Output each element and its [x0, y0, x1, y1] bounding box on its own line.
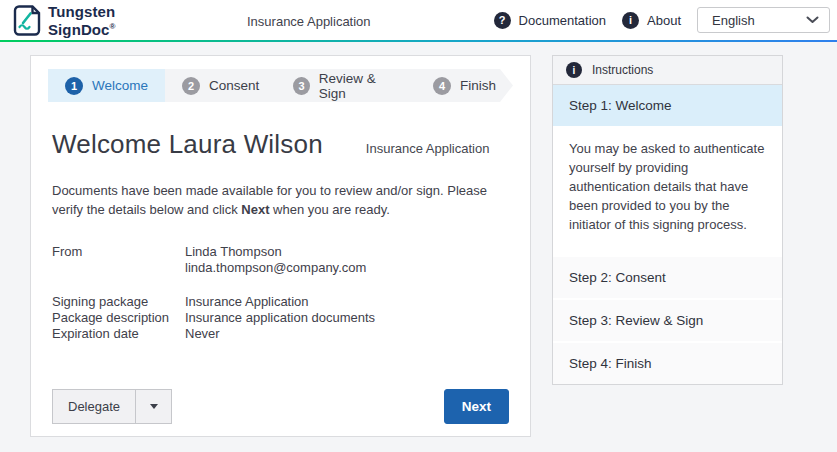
- package-details: From Linda Thompson linda.thompson@compa…: [52, 244, 509, 342]
- step-number-badge: 3: [293, 77, 309, 95]
- intro-text: Documents have been made available for y…: [52, 181, 509, 219]
- detail-row-signing-package: Signing package Insurance Application: [52, 294, 509, 310]
- detail-label: Expiration date: [52, 326, 185, 342]
- step-label: Review & Sign: [319, 71, 399, 101]
- next-button[interactable]: Next: [444, 389, 509, 424]
- detail-label: Signing package: [52, 294, 185, 310]
- language-selected-value: English: [712, 13, 755, 28]
- delegate-button[interactable]: Delegate: [52, 389, 136, 424]
- signdoc-document-icon: [13, 5, 41, 36]
- detail-row-package-description: Package description Insurance applicatio…: [52, 310, 509, 326]
- caret-down-icon: [150, 404, 158, 409]
- signing-card: 1 Welcome 2 Consent 3 Review & Sign 4 Fi…: [30, 55, 531, 437]
- accordion-step-4[interactable]: Step 4: Finish: [553, 343, 782, 384]
- step-number-badge: 4: [433, 77, 451, 95]
- package-name-label: Insurance Application: [366, 141, 490, 156]
- instructions-panel: i Instructions Step 1: Welcome You may b…: [552, 55, 783, 385]
- step-number-badge: 1: [65, 77, 83, 95]
- detail-row-expiration-date: Expiration date Never: [52, 326, 509, 342]
- documentation-link[interactable]: Documentation: [519, 13, 606, 28]
- step-label: Finish: [460, 78, 496, 93]
- delegate-dropdown-button[interactable]: [136, 389, 172, 424]
- page-title: Insurance Application: [247, 14, 371, 29]
- detail-value: Linda Thompson linda.thompson@company.co…: [185, 244, 509, 276]
- accordion-step-3[interactable]: Step 3: Review & Sign: [553, 300, 782, 341]
- detail-value: Insurance Application: [185, 294, 509, 310]
- language-select[interactable]: English: [697, 7, 830, 33]
- delegate-split-button: Delegate: [52, 389, 172, 424]
- card-footer: Delegate Next: [52, 389, 509, 424]
- step-label: Welcome: [92, 78, 148, 93]
- detail-row-from: From Linda Thompson linda.thompson@compa…: [52, 244, 509, 276]
- detail-value: Insurance application documents: [185, 310, 509, 326]
- detail-value: Never: [185, 326, 509, 342]
- accordion-step-1[interactable]: Step 1: Welcome: [553, 85, 782, 126]
- info-icon: i: [566, 62, 582, 78]
- logo-text: Tungsten SignDoc®: [48, 4, 116, 37]
- tungsten-signdoc-logo: Tungsten SignDoc®: [13, 4, 116, 37]
- sender-email: linda.thompson@company.com: [185, 260, 509, 276]
- header-accent-line: [0, 40, 837, 42]
- accordion-step-1-body: You may be asked to authenticate yoursel…: [553, 126, 782, 255]
- step-welcome[interactable]: 1 Welcome: [48, 69, 165, 102]
- step-review-sign[interactable]: 3 Review & Sign: [276, 69, 416, 102]
- chevron-down-icon: [806, 16, 819, 24]
- about-link[interactable]: About: [647, 13, 681, 28]
- help-icon[interactable]: ?: [494, 12, 511, 29]
- app-header: Tungsten SignDoc® Insurance Application …: [0, 0, 837, 40]
- step-consent[interactable]: 2 Consent: [165, 69, 276, 102]
- sender-name: Linda Thompson: [185, 244, 509, 260]
- welcome-heading: Welcome Laura Wilson: [52, 129, 323, 160]
- step-finish[interactable]: 4 Finish: [416, 69, 513, 102]
- instructions-title: Instructions: [592, 63, 653, 77]
- info-icon[interactable]: i: [622, 12, 639, 29]
- accordion-step-2[interactable]: Step 2: Consent: [553, 257, 782, 298]
- registered-mark: ®: [110, 22, 116, 31]
- detail-label: From: [52, 244, 185, 276]
- step-number-badge: 2: [182, 77, 200, 95]
- wizard-stepper: 1 Welcome 2 Consent 3 Review & Sign 4 Fi…: [48, 69, 513, 102]
- header-actions: ? Documentation i About English: [494, 0, 830, 40]
- instructions-header: i Instructions: [553, 56, 782, 85]
- detail-label: Package description: [52, 310, 185, 326]
- step-label: Consent: [209, 78, 259, 93]
